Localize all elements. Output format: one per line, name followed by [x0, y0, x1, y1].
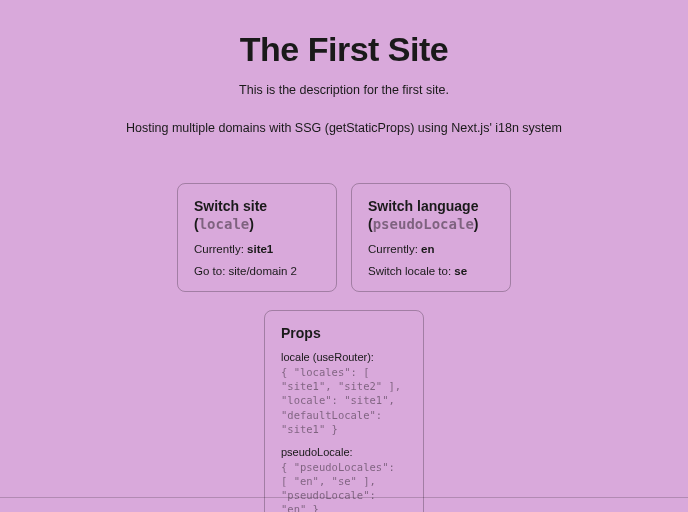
props-pseudo-label: pseudoLocale:: [281, 446, 407, 458]
props-pseudo-json: { "pseudoLocales": [ "en", "se" ], "pseu…: [281, 460, 407, 512]
site-goto-value: site/domain 2: [229, 265, 297, 277]
lang-currently-label: Currently:: [368, 243, 421, 255]
lang-switch-link[interactable]: Switch locale to: se: [368, 265, 494, 277]
site-goto-link[interactable]: Go to: site/domain 2: [194, 265, 320, 277]
locale-code: locale: [199, 216, 250, 232]
props-card: Props locale (useRouter): { "locales": […: [264, 310, 424, 512]
switch-language-heading-suffix: ): [474, 216, 479, 232]
pseudolocale-code: pseudoLocale: [373, 216, 474, 232]
site-currently: Currently: site1: [194, 243, 320, 255]
props-heading: Props: [281, 325, 407, 341]
props-locale-label: locale (useRouter):: [281, 351, 407, 363]
site-currently-value: site1: [247, 243, 273, 255]
switch-language-card: Switch language (pseudoLocale) Currently…: [351, 183, 511, 292]
switch-site-heading-suffix: ): [249, 216, 254, 232]
lang-currently-value: en: [421, 243, 434, 255]
switch-site-heading: Switch site (locale): [194, 198, 320, 233]
site-goto-label: Go to:: [194, 265, 229, 277]
page-subtitle: Hosting multiple domains with SSG (getSt…: [126, 121, 562, 135]
page-description: This is the description for the first si…: [239, 83, 449, 97]
lang-switch-value: se: [454, 265, 467, 277]
footer-divider: [0, 497, 688, 498]
switch-site-card: Switch site (locale) Currently: site1 Go…: [177, 183, 337, 292]
page-title: The First Site: [240, 30, 448, 69]
lang-switch-label: Switch locale to:: [368, 265, 454, 277]
switch-language-heading: Switch language (pseudoLocale): [368, 198, 494, 233]
props-locale-json: { "locales": [ "site1", "site2" ], "loca…: [281, 365, 407, 436]
site-currently-label: Currently:: [194, 243, 247, 255]
cards-row: Switch site (locale) Currently: site1 Go…: [177, 183, 511, 292]
lang-currently: Currently: en: [368, 243, 494, 255]
